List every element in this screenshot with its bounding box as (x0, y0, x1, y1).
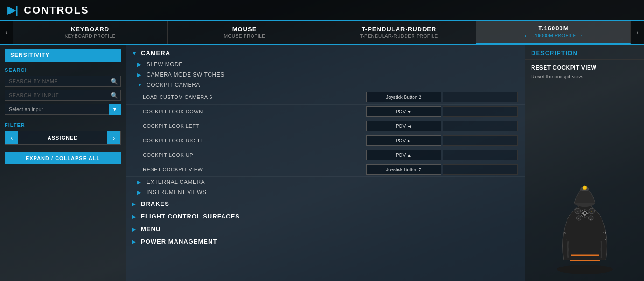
category-camera[interactable]: ▼ CAMERA (126, 47, 525, 59)
subcategory-camera-mode-arrow: ▶ (137, 72, 143, 78)
filter-current-label: ASSIGNED (18, 135, 107, 140)
search-title: SEARCH (5, 67, 121, 73)
tab-t-pendular[interactable]: T-PENDULAR-RUDDER T-PENDULAR-RUDDER PROF… (322, 21, 476, 44)
tab-t16000m[interactable]: T.16000M ‹ T.16000M PROFILE › (476, 21, 631, 44)
tab-mouse-profile: MOUSE PROFILE (224, 34, 266, 39)
command-reset-view-name: RESET COCKPIT VIEW (143, 167, 366, 172)
command-cockpit-look-left[interactable]: COCKPIT LOOK LEFT POV ◄ (126, 119, 525, 133)
description-panel: DESCRIPTION RESET COCKPIT VIEW Reset the… (525, 45, 644, 281)
subcategory-instrument-views[interactable]: ▶ INSTRUMENT VIEWS (126, 187, 525, 197)
command-look-left-binding1[interactable]: POV ◄ (366, 121, 441, 131)
command-load-custom-camera-name: LOAD CUSTOM CAMERA 6 (143, 94, 366, 100)
category-camera-name: CAMERA (141, 49, 170, 56)
search-name-icon: 🔍 (111, 78, 118, 85)
tab-keyboard-name: KEYBOARD (71, 26, 109, 33)
description-title: RESET COCKPIT VIEW (525, 60, 644, 73)
subcategory-slew-arrow: ▶ (137, 62, 143, 68)
filter-title: FILTER (5, 122, 121, 128)
app-logo: ▶| (7, 4, 18, 16)
search-section: SEARCH 🔍 🔍 Select an input ▼ (0, 63, 126, 119)
subcategory-cockpit-arrow: ▼ (137, 82, 143, 88)
tab-t-pendular-name: T-PENDULAR-RUDDER (362, 26, 437, 33)
tab-t16000m-name: T.16000M (538, 25, 568, 32)
app-header: ▶| CONTROLS (0, 0, 644, 21)
command-look-up-binding1[interactable]: POV ▲ (366, 150, 441, 160)
subcategory-slew-name: SLEW MODE (147, 61, 183, 68)
tab-keyboard[interactable]: KEYBOARD KEYBOARD PROFILE (13, 21, 168, 44)
category-flight-arrow: ▶ (132, 213, 137, 220)
logo-arrow-icon: ▶| (7, 4, 18, 16)
command-look-left-binding2[interactable] (443, 121, 518, 131)
category-menu[interactable]: ▶ MENU (126, 223, 525, 235)
command-reset-view-binding1[interactable]: Joystick Button 2 (366, 164, 441, 175)
command-load-binding2[interactable] (443, 92, 518, 102)
svg-text:11: 11 (603, 232, 607, 235)
tab-keyboard-profile: KEYBOARD PROFILE (64, 34, 115, 39)
search-input-wrap: 🔍 (5, 90, 121, 101)
category-brakes-name: BRAKES (141, 200, 169, 207)
command-load-custom-camera[interactable]: LOAD CUSTOM CAMERA 6 Joystick Button 2 (126, 90, 525, 105)
expand-collapse-button[interactable]: EXPAND / COLLAPSE ALL (5, 152, 121, 164)
category-menu-name: MENU (141, 225, 161, 232)
command-cockpit-look-up[interactable]: COCKPIT LOOK UP POV ▲ (126, 148, 525, 162)
filter-section: FILTER ‹ ASSIGNED › (0, 119, 126, 148)
tab-next-button[interactable]: › (631, 21, 644, 44)
select-input-dropdown[interactable]: Select an input (5, 104, 121, 115)
tab-mouse[interactable]: MOUSE MOUSE PROFILE (168, 21, 322, 44)
tab-t16000m-profile: T.16000M PROFILE (531, 33, 576, 38)
subcategory-camera-mode[interactable]: ▶ CAMERA MODE SWITCHES (126, 70, 525, 80)
search-name-input[interactable] (5, 76, 121, 87)
filter-next-button[interactable]: › (107, 131, 120, 144)
filter-nav: ‹ ASSIGNED › (5, 131, 121, 145)
command-reset-view-binding2[interactable] (443, 164, 518, 175)
search-input-field[interactable] (5, 90, 121, 101)
filter-prev-button[interactable]: ‹ (5, 131, 18, 144)
command-load-binding1[interactable]: Joystick Button 2 (366, 92, 441, 102)
tab-bar: ‹ KEYBOARD KEYBOARD PROFILE MOUSE MOUSE … (0, 21, 644, 45)
joystick-image-area: 1 3 2 4 8 10 11 12 (525, 81, 644, 281)
subcategory-external-name: EXTERNAL CAMERA (147, 179, 205, 185)
subcategory-external-camera[interactable]: ▶ EXTERNAL CAMERA (126, 177, 525, 187)
command-cockpit-look-down[interactable]: COCKPIT LOOK DOWN POV ▼ (126, 105, 525, 119)
category-flight-control[interactable]: ▶ FLIGHT CONTROL SURFACES (126, 210, 525, 223)
subcategory-instrument-arrow: ▶ (137, 190, 143, 196)
search-input-icon: 🔍 (111, 92, 118, 99)
subcategory-slew-mode[interactable]: ▶ SLEW MODE (126, 59, 525, 70)
app-title: CONTROLS (24, 4, 89, 16)
command-look-right-binding2[interactable] (443, 135, 518, 146)
subcategory-cockpit-camera[interactable]: ▼ COCKPIT CAMERA (126, 80, 525, 90)
svg-text:12: 12 (603, 238, 607, 241)
description-text: Reset the cockpit view. (525, 73, 644, 81)
category-brakes-arrow: ▶ (132, 201, 137, 207)
tab-t16000m-prev[interactable]: ‹ (525, 32, 527, 39)
subcategory-instrument-name: INSTRUMENT VIEWS (147, 189, 206, 196)
category-power-management[interactable]: ▶ POWER MANAGEMENT (126, 235, 525, 248)
command-look-down-name: COCKPIT LOOK DOWN (143, 109, 366, 114)
category-brakes[interactable]: ▶ BRAKES (126, 197, 525, 210)
command-look-up-binding2[interactable] (443, 150, 518, 160)
command-reset-cockpit-view[interactable]: RESET COCKPIT VIEW Joystick Button 2 (126, 162, 525, 177)
subcategory-external-arrow: ▶ (137, 179, 143, 185)
command-look-down-binding2[interactable] (443, 106, 518, 117)
command-look-down-binding1[interactable]: POV ▼ (366, 106, 441, 117)
sensitivity-button[interactable]: SENSITIVITY (5, 49, 121, 62)
tab-prev-button[interactable]: ‹ (0, 21, 13, 44)
description-header: DESCRIPTION (525, 45, 644, 60)
command-look-right-binding1[interactable]: POV ► (366, 135, 441, 146)
svg-point-0 (557, 265, 613, 274)
sidebar: SENSITIVITY SEARCH 🔍 🔍 Select an input (0, 45, 126, 281)
command-look-right-name: COCKPIT LOOK RIGHT (143, 138, 366, 143)
svg-point-20 (583, 186, 587, 190)
tab-t16000m-next[interactable]: › (580, 32, 582, 39)
command-look-left-name: COCKPIT LOOK LEFT (143, 123, 366, 129)
subcategory-cockpit-name: COCKPIT CAMERA (147, 82, 200, 88)
subcategory-camera-mode-name: CAMERA MODE SWITCHES (147, 71, 224, 78)
svg-text:10: 10 (563, 238, 567, 241)
category-power-name: POWER MANAGEMENT (141, 238, 217, 245)
command-cockpit-look-right[interactable]: COCKPIT LOOK RIGHT POV ► (126, 133, 525, 148)
main-content: SENSITIVITY SEARCH 🔍 🔍 Select an input (0, 45, 644, 281)
sensitivity-section: SENSITIVITY (0, 45, 126, 63)
tab-t-pendular-profile: T-PENDULAR-RUDDER PROFILE (360, 34, 438, 39)
category-menu-arrow: ▶ (132, 226, 137, 232)
tab-mouse-name: MOUSE (232, 26, 257, 33)
